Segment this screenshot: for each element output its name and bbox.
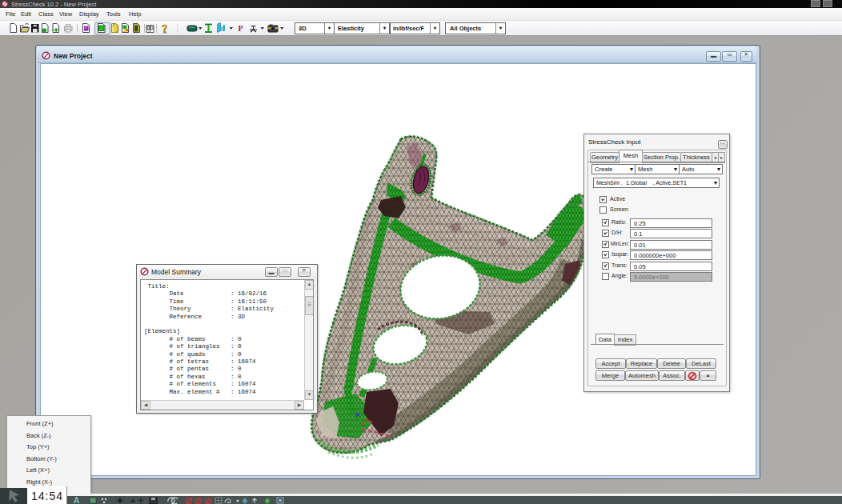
svg-text:A: A bbox=[74, 496, 79, 504]
svg-text:P: P bbox=[239, 24, 243, 33]
